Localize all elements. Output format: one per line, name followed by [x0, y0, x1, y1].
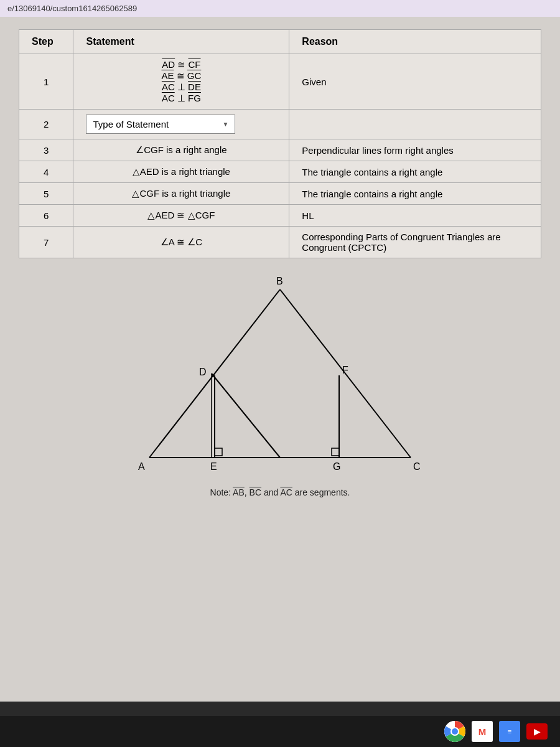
geometry-diagram: B A C D E F G — [118, 271, 442, 482]
step-1: 1 — [19, 54, 73, 110]
step-6: 6 — [19, 205, 73, 227]
step-4: 4 — [19, 161, 73, 183]
reason-header: Reason — [289, 30, 541, 54]
table-row: 6 △AED ≅ △CGF HL — [19, 205, 541, 227]
diagram-area: B A C D E F G Note: AB, BC and AC are se… — [19, 271, 541, 497]
docs-icon-symbol: ≡ — [508, 728, 511, 735]
browser-bar: e/13069140/custom1614265062589 — [0, 0, 560, 17]
gmail-letter: M — [478, 726, 487, 737]
statement-header: Statement — [73, 30, 289, 54]
step-5: 5 — [19, 183, 73, 205]
label-G: G — [333, 461, 340, 472]
statement-1-line3: AC ⊥ DE — [86, 82, 276, 93]
table-row: 7 ∠A ≅ ∠C Corresponding Parts of Congrue… — [19, 227, 541, 258]
statement-3: ∠CGF is a right angle — [73, 139, 289, 161]
url-display: e/13069140/custom1614265062589 — [7, 4, 137, 13]
gmail-taskbar-icon[interactable]: M — [472, 721, 493, 742]
docs-taskbar-icon[interactable]: ≡ — [499, 721, 520, 742]
dropdown-label: Type of Statement — [93, 119, 169, 129]
label-C: C — [413, 461, 421, 472]
svg-point-11 — [452, 728, 458, 735]
label-B: B — [276, 276, 283, 286]
label-D: D — [199, 367, 207, 377]
label-F: F — [342, 365, 348, 375]
table-row: 5 △CGF is a right triangle The triangle … — [19, 183, 541, 205]
chevron-down-icon: ▼ — [223, 121, 229, 128]
type-of-statement-dropdown[interactable]: Type of Statement ▼ — [86, 115, 235, 134]
statement-2-cell: Type of Statement ▼ — [73, 110, 289, 139]
statement-1: AD ≅ CF AE ≅ GC AC ⊥ DE AC ⊥ FG — [73, 54, 289, 110]
table-row: 4 △AED is a right triangle The triangle … — [19, 161, 541, 183]
chrome-taskbar-icon[interactable] — [444, 721, 465, 742]
play-icon: ▶ — [534, 726, 541, 736]
table-row: 2 Type of Statement ▼ — [19, 110, 541, 139]
proof-table: Step Statement Reason 1 AD ≅ CF AE ≅ GC … — [19, 29, 541, 258]
reason-2 — [289, 110, 541, 139]
youtube-taskbar-icon[interactable]: ▶ — [526, 723, 548, 740]
svg-rect-6 — [215, 448, 222, 456]
step-2: 2 — [19, 110, 73, 139]
statement-1-line4: AC ⊥ FG — [86, 93, 276, 104]
statement-1-line2: AE ≅ GC — [86, 70, 276, 82]
step-3: 3 — [19, 139, 73, 161]
statement-7: ∠A ≅ ∠C — [73, 227, 289, 258]
reason-4: The triangle contains a right angle — [289, 161, 541, 183]
statement-6: △AED ≅ △CGF — [73, 205, 289, 227]
statement-1-line1: AD ≅ CF — [86, 59, 276, 70]
table-row: 3 ∠CGF is a right angle Perpendicular li… — [19, 139, 541, 161]
table-row: 1 AD ≅ CF AE ≅ GC AC ⊥ DE AC ⊥ FG Given — [19, 54, 541, 110]
diagram-note: Note: AB, BC and AC are segments. — [210, 487, 350, 497]
statement-4: △AED is a right triangle — [73, 161, 289, 183]
svg-rect-8 — [332, 448, 339, 456]
reason-6: HL — [289, 205, 541, 227]
reason-3: Perpendicular lines form right angles — [289, 139, 541, 161]
reason-5: The triangle contains a right angle — [289, 183, 541, 205]
label-E: E — [210, 461, 217, 472]
step-header: Step — [19, 30, 73, 54]
label-A: A — [138, 461, 145, 472]
statement-5: △CGF is a right triangle — [73, 183, 289, 205]
taskbar: M ≡ ▶ — [0, 716, 560, 747]
svg-line-3 — [212, 374, 280, 458]
main-content: Step Statement Reason 1 AD ≅ CF AE ≅ GC … — [0, 17, 560, 702]
reason-7: Corresponding Parts of Congruent Triangl… — [289, 227, 541, 258]
reason-1: Given — [289, 54, 541, 110]
step-7: 7 — [19, 227, 73, 258]
